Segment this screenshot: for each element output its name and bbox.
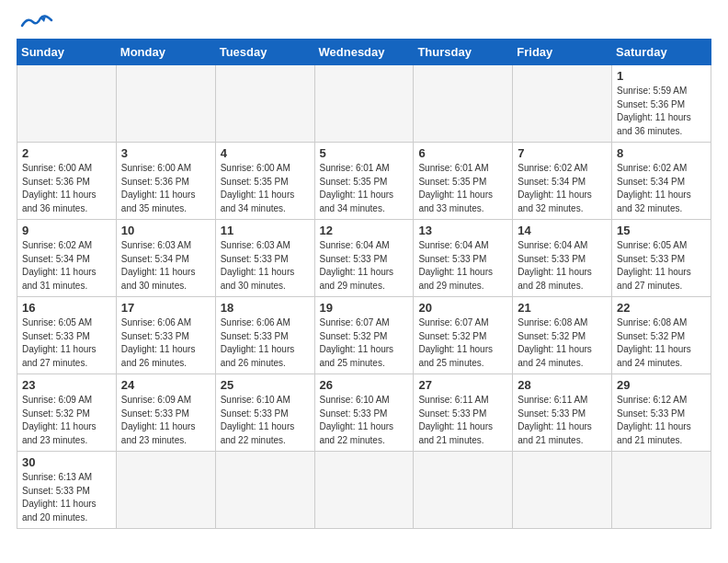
calendar-cell: 2Sunrise: 6:00 AM Sunset: 5:36 PM Daylig… (17, 143, 117, 220)
day-info: Sunrise: 6:05 AM Sunset: 5:33 PM Dayligh… (617, 239, 706, 293)
weekday-header-wednesday: Wednesday (314, 40, 414, 65)
calendar-cell (116, 65, 215, 143)
calendar-cell: 23Sunrise: 6:09 AM Sunset: 5:32 PM Dayli… (17, 374, 117, 452)
day-info: Sunrise: 6:02 AM Sunset: 5:34 PM Dayligh… (22, 239, 111, 293)
day-number: 23 (22, 378, 111, 392)
calendar-cell (612, 452, 711, 529)
day-number: 13 (418, 224, 507, 237)
calendar-cell: 13Sunrise: 6:04 AM Sunset: 5:33 PM Dayli… (414, 220, 513, 297)
day-info: Sunrise: 6:02 AM Sunset: 5:34 PM Dayligh… (518, 162, 607, 215)
day-info: Sunrise: 6:04 AM Sunset: 5:33 PM Dayligh… (418, 239, 507, 293)
day-info: Sunrise: 6:10 AM Sunset: 5:33 PM Dayligh… (221, 394, 310, 447)
day-info: Sunrise: 6:07 AM Sunset: 5:32 PM Dayligh… (418, 316, 507, 370)
calendar-cell: 30Sunrise: 6:13 AM Sunset: 5:33 PM Dayli… (17, 452, 117, 529)
calendar-cell: 27Sunrise: 6:11 AM Sunset: 5:33 PM Dayli… (414, 374, 513, 452)
calendar-cell: 6Sunrise: 6:01 AM Sunset: 5:35 PM Daylig… (414, 143, 513, 220)
day-number: 10 (121, 224, 210, 237)
calendar-cell: 21Sunrise: 6:08 AM Sunset: 5:32 PM Dayli… (513, 297, 612, 374)
day-number: 12 (320, 224, 409, 237)
day-number: 1 (617, 69, 706, 83)
calendar-cell: 24Sunrise: 6:09 AM Sunset: 5:33 PM Dayli… (116, 374, 215, 452)
weekday-header-monday: Monday (116, 40, 215, 65)
calendar-cell: 9Sunrise: 6:02 AM Sunset: 5:34 PM Daylig… (17, 220, 117, 297)
calendar-cell: 14Sunrise: 6:04 AM Sunset: 5:33 PM Dayli… (513, 220, 612, 297)
day-info: Sunrise: 6:00 AM Sunset: 5:35 PM Dayligh… (221, 162, 310, 215)
day-number: 24 (121, 378, 210, 392)
day-info: Sunrise: 6:02 AM Sunset: 5:34 PM Dayligh… (617, 162, 706, 215)
calendar-cell: 18Sunrise: 6:06 AM Sunset: 5:33 PM Dayli… (215, 297, 314, 374)
day-number: 8 (617, 146, 706, 160)
day-number: 11 (221, 224, 310, 237)
day-info: Sunrise: 6:09 AM Sunset: 5:33 PM Dayligh… (121, 394, 210, 447)
day-number: 27 (418, 378, 507, 392)
calendar-cell: 20Sunrise: 6:07 AM Sunset: 5:32 PM Dayli… (414, 297, 513, 374)
day-number: 5 (320, 146, 409, 160)
calendar-cell (314, 65, 414, 143)
day-number: 15 (617, 224, 706, 237)
calendar-cell: 7Sunrise: 6:02 AM Sunset: 5:34 PM Daylig… (513, 143, 612, 220)
week-row-3: 16Sunrise: 6:05 AM Sunset: 5:33 PM Dayli… (17, 297, 711, 374)
day-info: Sunrise: 6:04 AM Sunset: 5:33 PM Dayligh… (320, 239, 409, 293)
calendar-cell: 15Sunrise: 6:05 AM Sunset: 5:33 PM Dayli… (612, 220, 711, 297)
day-number: 30 (22, 455, 111, 469)
weekday-header-friday: Friday (513, 40, 612, 65)
logo (17, 17, 53, 33)
day-number: 26 (320, 378, 409, 392)
day-info: Sunrise: 6:11 AM Sunset: 5:33 PM Dayligh… (418, 394, 507, 447)
day-number: 6 (418, 146, 507, 160)
weekday-header-row: SundayMondayTuesdayWednesdayThursdayFrid… (17, 40, 711, 65)
day-info: Sunrise: 6:00 AM Sunset: 5:36 PM Dayligh… (22, 162, 111, 215)
day-number: 22 (617, 301, 706, 315)
calendar-cell (215, 65, 314, 143)
calendar: SundayMondayTuesdayWednesdayThursdayFrid… (17, 39, 711, 529)
day-number: 9 (22, 224, 111, 237)
calendar-cell: 26Sunrise: 6:10 AM Sunset: 5:33 PM Dayli… (314, 374, 414, 452)
week-row-1: 2Sunrise: 6:00 AM Sunset: 5:36 PM Daylig… (17, 143, 711, 220)
day-number: 17 (121, 301, 210, 315)
calendar-cell (314, 452, 414, 529)
week-row-0: 1Sunrise: 5:59 AM Sunset: 5:36 PM Daylig… (17, 65, 711, 143)
day-info: Sunrise: 6:11 AM Sunset: 5:33 PM Dayligh… (518, 394, 607, 447)
week-row-5: 30Sunrise: 6:13 AM Sunset: 5:33 PM Dayli… (17, 452, 711, 529)
day-number: 20 (418, 301, 507, 315)
day-info: Sunrise: 6:04 AM Sunset: 5:33 PM Dayligh… (518, 239, 607, 293)
calendar-cell: 1Sunrise: 5:59 AM Sunset: 5:36 PM Daylig… (612, 65, 711, 143)
day-number: 2 (22, 146, 111, 160)
day-number: 29 (617, 378, 706, 392)
day-info: Sunrise: 6:01 AM Sunset: 5:35 PM Dayligh… (418, 162, 507, 215)
day-number: 21 (518, 301, 607, 315)
calendar-cell: 3Sunrise: 6:00 AM Sunset: 5:36 PM Daylig… (116, 143, 215, 220)
weekday-header-thursday: Thursday (414, 40, 513, 65)
day-number: 3 (121, 146, 210, 160)
calendar-cell: 5Sunrise: 6:01 AM Sunset: 5:35 PM Daylig… (314, 143, 414, 220)
calendar-cell: 16Sunrise: 6:05 AM Sunset: 5:33 PM Dayli… (17, 297, 117, 374)
day-info: Sunrise: 6:08 AM Sunset: 5:32 PM Dayligh… (617, 316, 706, 370)
week-row-4: 23Sunrise: 6:09 AM Sunset: 5:32 PM Dayli… (17, 374, 711, 452)
day-number: 28 (518, 378, 607, 392)
day-info: Sunrise: 6:07 AM Sunset: 5:32 PM Dayligh… (320, 316, 409, 370)
day-info: Sunrise: 5:59 AM Sunset: 5:36 PM Dayligh… (617, 85, 706, 138)
calendar-cell: 11Sunrise: 6:03 AM Sunset: 5:33 PM Dayli… (215, 220, 314, 297)
calendar-cell: 28Sunrise: 6:11 AM Sunset: 5:33 PM Dayli… (513, 374, 612, 452)
day-info: Sunrise: 6:08 AM Sunset: 5:32 PM Dayligh… (518, 316, 607, 370)
week-row-2: 9Sunrise: 6:02 AM Sunset: 5:34 PM Daylig… (17, 220, 711, 297)
calendar-cell: 19Sunrise: 6:07 AM Sunset: 5:32 PM Dayli… (314, 297, 414, 374)
calendar-cell (414, 452, 513, 529)
day-number: 18 (221, 301, 310, 315)
calendar-cell: 10Sunrise: 6:03 AM Sunset: 5:34 PM Dayli… (116, 220, 215, 297)
header (17, 17, 711, 33)
calendar-cell: 4Sunrise: 6:00 AM Sunset: 5:35 PM Daylig… (215, 143, 314, 220)
calendar-cell (17, 65, 117, 143)
day-number: 25 (221, 378, 310, 392)
weekday-header-saturday: Saturday (612, 40, 711, 65)
logo-bird-icon (20, 13, 53, 33)
calendar-cell (215, 452, 314, 529)
calendar-cell: 12Sunrise: 6:04 AM Sunset: 5:33 PM Dayli… (314, 220, 414, 297)
day-number: 19 (320, 301, 409, 315)
calendar-cell (513, 452, 612, 529)
calendar-cell (116, 452, 215, 529)
day-info: Sunrise: 6:06 AM Sunset: 5:33 PM Dayligh… (121, 316, 210, 370)
calendar-cell: 8Sunrise: 6:02 AM Sunset: 5:34 PM Daylig… (612, 143, 711, 220)
day-info: Sunrise: 6:13 AM Sunset: 5:33 PM Dayligh… (22, 471, 111, 524)
day-info: Sunrise: 6:10 AM Sunset: 5:33 PM Dayligh… (320, 394, 409, 447)
